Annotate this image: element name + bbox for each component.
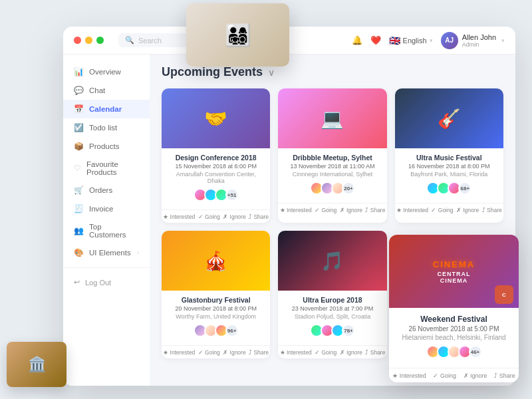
going-button[interactable]: ✓ Going [431,207,453,213]
event-avatars-design-conf: +51 [168,188,263,201]
sidebar-label-ui-elements: UI Elements [89,249,131,257]
section-chevron-icon[interactable]: ∨ [268,67,275,78]
avatar: AJ [441,32,458,49]
event-actions-ultra-europe: ★ Interested ✓ Going ✗ Ignore ⤴ Share [278,345,386,358]
ignore-button[interactable]: ✗ Ignore [223,349,245,356]
event-image-design-conf: 🤝 [162,88,270,148]
bottom-left-floating-image: 🏛️ [7,342,66,387]
event-avatars-ultra-music: 68+ [402,182,497,195]
sidebar-item-chat[interactable]: 💬 Chat [63,81,150,100]
event-date-weekend-festival: 26 November 2018 at 5:00 PM [397,325,511,332]
event-location-weekend-festival: Hietaniemi beach, Helsinki, Finland [397,334,511,341]
sidebar-item-fav-products[interactable]: ♡ Favourite Products [63,156,150,181]
notification-bell-icon[interactable]: 🔔 [352,35,362,45]
share-button[interactable]: ⤴ Share [482,207,502,213]
event-image-dribbble: 💻 [278,88,386,148]
event-card-design-conf: 🤝 Design Conference 2018 15 November 201… [162,88,270,223]
notification-heart-icon[interactable]: ❤️ [370,35,381,45]
going-button[interactable]: ✓ Going [315,207,336,213]
event-body-ultra-europe: Ultra Europe 2018 23 November 2018 at 7:… [278,291,386,345]
ignore-button[interactable]: ✗ Ignore [340,207,362,213]
avatar-count: 68+ [458,182,471,195]
todo-icon: ☑️ [74,123,84,132]
event-body-dribbble: Dribbble Meetup, Sylhet 13 November 2018… [278,148,386,203]
interested-button[interactable]: ★ Interested [280,207,312,213]
event-avatars-ultra-europe: 78+ [285,324,380,337]
share-button[interactable]: ⤴ Share [249,349,269,356]
event-location-ultra-music: Bayfront Park, Miami, Florida [402,171,497,178]
event-date-glastonbury: 20 November 2018 at 8:00 PM [168,305,263,312]
sidebar-item-overview[interactable]: 📊 Overview [63,63,150,81]
event-actions-dribbble: ★ Interested ✓ Going ✗ Ignore ⤴ Share [278,203,386,216]
ignore-button[interactable]: ✗ Ignore [456,207,479,213]
event-location-glastonbury: Worthy Farm, United Kingdom [168,313,263,320]
share-button[interactable]: ⤴ Share [365,207,385,213]
event-name-weekend-festival: Weekend Festival [397,315,511,324]
language-label: English [403,37,427,45]
avatar-count: 96+ [225,324,239,337]
going-button[interactable]: ✓ Going [198,213,220,220]
traffic-light-green[interactable] [96,37,104,44]
page-title: Upcoming Events [162,65,263,79]
ignore-button[interactable]: ✗ Ignore [223,213,245,220]
top-customers-icon: 👥 [74,226,84,235]
interested-button[interactable]: ★ Interested [396,207,428,213]
sidebar-label-todo: Todo list [89,124,117,132]
user-role: Admin [462,41,496,48]
interested-button[interactable]: ★ Interested [280,349,312,356]
sidebar-item-products[interactable]: 📦 Products [63,137,150,156]
traffic-light-yellow[interactable] [85,37,92,44]
event-name-design-conf: Design Conference 2018 [168,154,263,162]
interested-button[interactable]: ★ Interested [163,213,195,220]
event-image-ultra-music: 🎸 [395,88,503,148]
event-avatars-dribbble: 20+ [285,182,380,195]
title-bar: 🔍 Search 🔔 ❤️ 🇬🇧 English ▾ AJ Allen John… [63,27,515,55]
interested-button[interactable]: ★ Interested [392,372,426,379]
event-card-glastonbury: 🎪 Glastonbury Festival 20 November 2018 … [162,231,270,358]
sidebar-label-fav-products: Favourite Products [86,160,139,176]
event-location-dribbble: Cinnnego International, Sylhet [285,171,380,178]
event-image-weekend-festival: CINEMA CENTRALCINEMA C [389,235,519,308]
search-icon: 🔍 [125,36,134,45]
traffic-light-red[interactable] [74,37,81,44]
going-button[interactable]: ✓ Going [315,349,336,356]
event-date-dribbble: 13 November 2018 at 11:00 AM [285,163,380,170]
user-info[interactable]: AJ Allen John Admin ▾ [441,32,505,49]
sidebar-item-logout[interactable]: ↩ Log Out [63,273,150,291]
avatar-count: +51 [225,188,239,201]
event-card-weekend-festival: CINEMA CENTRALCINEMA C Weekend Festival … [389,235,519,382]
sidebar-label-top-customers: Top Customers [89,223,139,239]
logout-icon: ↩ [74,278,80,287]
ui-elements-arrow-icon: › [137,249,139,256]
products-icon: 📦 [74,142,84,151]
sidebar-item-todo[interactable]: ☑️ Todo list [63,118,150,137]
cinema-label: CINEMA [433,259,475,269]
event-actions-glastonbury: ★ Interested ✓ Going ✗ Ignore ⤴ Share [162,345,270,358]
going-button[interactable]: ✓ Going [198,349,220,356]
share-button[interactable]: ⤴ Share [365,349,385,356]
cinema-sub-label: CENTRALCINEMA [433,271,475,284]
sidebar-item-invoice[interactable]: 🧾 Invoice [63,200,150,218]
sidebar-divider [63,267,150,268]
sidebar-item-orders[interactable]: 🛒 Orders [63,181,150,200]
sidebar-label-invoice: Invoice [89,205,113,213]
going-button[interactable]: ✓ Going [433,372,456,379]
sidebar-item-top-customers[interactable]: 👥 Top Customers [63,218,150,243]
header-right: 🔔 ❤️ 🇬🇧 English ▾ AJ Allen John Admin ▾ [352,32,505,49]
ignore-button[interactable]: ✗ Ignore [340,349,362,356]
sidebar-label-products: Products [89,142,119,150]
event-image-glastonbury: 🎪 [162,231,270,291]
share-button[interactable]: ⤴ Share [494,372,515,379]
ignore-button[interactable]: ✗ Ignore [464,372,487,379]
interested-button[interactable]: ★ Interested [163,349,195,356]
share-button[interactable]: ⤴ Share [249,213,269,220]
user-details: Allen John Admin [462,33,496,48]
event-name-glastonbury: Glastonbury Festival [168,296,263,304]
sidebar-item-ui-elements[interactable]: 🎨 UI Elements › [63,243,150,262]
traffic-lights [74,37,104,44]
sidebar-item-calendar[interactable]: 📅 Calendar [63,100,150,118]
language-selector[interactable]: 🇬🇧 English ▾ [389,35,433,46]
avatar-count: 78+ [342,324,355,337]
cinema-sign-box: C [495,285,513,304]
event-name-ultra-music: Ultra Music Festival [402,154,497,162]
